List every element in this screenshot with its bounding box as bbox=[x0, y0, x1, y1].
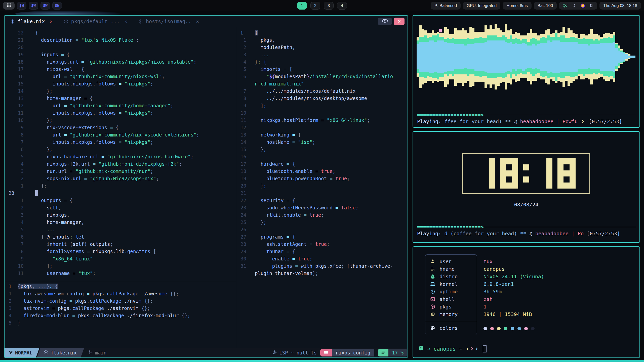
fetch-label: user bbox=[439, 258, 452, 264]
tag-button-1[interactable]: 1 bbox=[297, 2, 307, 10]
code-line: 8url = "github:nix-community/nix-vscode-… bbox=[5, 131, 236, 139]
buffer-tab-1[interactable]: flake.nix× bbox=[10, 18, 53, 24]
tty-clock-frame bbox=[462, 153, 590, 194]
firefox-icon[interactable] bbox=[580, 3, 585, 8]
code-line: 2modulesPath, bbox=[236, 44, 408, 51]
tag-button-2[interactable]: 2 bbox=[310, 2, 320, 10]
lsp-label: LSP ~ null-ls bbox=[279, 350, 317, 355]
prompt-chevron-icon bbox=[466, 347, 469, 350]
prompt-chevron-icon bbox=[475, 347, 478, 350]
fetch-row-uptime: uptime bbox=[425, 288, 477, 295]
code-line: 28ssh.startAgent = true; bbox=[236, 241, 408, 248]
fetch-value-user: tux bbox=[484, 258, 544, 265]
code-line: 1{ bbox=[236, 29, 408, 36]
terminal-clock-pane: 08/08/24 =====================> Playing:… bbox=[413, 131, 640, 243]
workspace-button-4[interactable]: $W bbox=[52, 2, 62, 10]
prompt-chevron-icon bbox=[470, 347, 473, 350]
workspace-button-1[interactable]: $W bbox=[17, 2, 26, 10]
bluetooth-icon[interactable] bbox=[572, 4, 576, 8]
code-line: 5} bbox=[5, 319, 236, 327]
code-line: 3nur.url = "github:nix-community/nur"; bbox=[5, 168, 236, 175]
code-line: 12url = "github:nix-community/home-manag… bbox=[5, 102, 236, 109]
user-icon bbox=[430, 259, 435, 264]
tag-button-4[interactable]: 4 bbox=[337, 2, 347, 10]
tab-label: hosts/isoImag.. bbox=[146, 18, 191, 24]
terminal-fetch-pane: userhnamedistrokerneluptimeshellpkgsmemo… bbox=[413, 246, 640, 358]
system-tray bbox=[559, 2, 597, 10]
prompt-arrow: → bbox=[427, 346, 430, 352]
shell-icon bbox=[430, 297, 435, 302]
file-segment: flake.nix bbox=[37, 348, 84, 357]
clock-date: 08/08/24 bbox=[413, 202, 639, 208]
code-line: 8../../modules/nixos/desktop/awesome bbox=[236, 95, 408, 102]
clock-digit bbox=[534, 158, 552, 189]
editor-pane-pkgs-default[interactable]: 1{pkgs, ...}: {1tux-awesome-wm-config = … bbox=[5, 281, 236, 348]
code-line: 18nixpkgs.url = "github:nixos/nixpkgs/ni… bbox=[5, 58, 236, 66]
launcher-button[interactable] bbox=[3, 2, 15, 10]
workspace-button-3[interactable]: $W bbox=[41, 2, 50, 10]
audio-visualizer bbox=[417, 19, 636, 95]
editor-pane-iso-image[interactable]: 1{1pkgs,2modulesPath,3...4}: {5imports =… bbox=[236, 27, 408, 348]
clock-digit bbox=[523, 158, 529, 189]
window-close-button[interactable]: × bbox=[394, 18, 405, 25]
kernel-icon bbox=[430, 282, 435, 287]
fetch-label: hname bbox=[439, 266, 455, 272]
palette-dot bbox=[497, 327, 501, 330]
mode-label: NORMAL bbox=[15, 350, 32, 355]
lsp-segment: LSP ~ null-ls bbox=[272, 350, 317, 355]
eye-icon bbox=[382, 19, 388, 24]
code-line: 6} @ inputs: let bbox=[5, 233, 236, 241]
code-line: plugin thunar-volman]; bbox=[236, 270, 408, 277]
packages-icon bbox=[430, 304, 435, 309]
buffer-tab-3[interactable]: hosts/isoImag..× bbox=[138, 18, 199, 24]
chevron-icon bbox=[581, 120, 584, 123]
fetch-value-uptime: 3h 59m bbox=[484, 288, 544, 295]
project-label: nixos-config bbox=[332, 349, 374, 356]
code-line: 1outputs = { bbox=[5, 197, 236, 204]
code-line: 5nixos-hardware.url = "github:nixos/nixo… bbox=[5, 153, 236, 160]
nix-snowflake-icon bbox=[10, 19, 15, 24]
code-line: 7inherit (self) outputs; bbox=[5, 241, 236, 248]
code-line: 21description = "tux's NixOS Flake"; bbox=[5, 36, 236, 44]
code-line: 22{ bbox=[5, 29, 236, 36]
code-line: 8forAllSystems = nixpkgs.lib.genAttrs [ bbox=[5, 248, 236, 255]
cursor bbox=[35, 190, 38, 196]
tag-button-3[interactable]: 3 bbox=[324, 2, 334, 10]
fetch-value-shell: zsh bbox=[484, 295, 544, 303]
code-line: 19bluetooth.powerOnBoot = true; bbox=[236, 175, 408, 182]
code-line: 6}; bbox=[5, 146, 236, 153]
terminal-palette-dots bbox=[484, 325, 544, 332]
ghost-icon bbox=[418, 345, 424, 352]
code-line: 9nix-vscode-extensions = { bbox=[5, 124, 236, 131]
clock-widget[interactable]: Thu Aug 08, 18:18 bbox=[599, 2, 641, 10]
code-line: 4home-manager, bbox=[5, 219, 236, 226]
clock-digit bbox=[557, 158, 576, 189]
code-line: 9"x86_64-linux" bbox=[5, 255, 236, 262]
phone-icon[interactable] bbox=[589, 4, 593, 8]
buffer-tab-2[interactable]: pkgs/default ...× bbox=[64, 18, 127, 24]
code-line: 17hardware = { bbox=[236, 160, 408, 168]
code-line: 23 bbox=[5, 190, 236, 197]
workspace-button-2[interactable]: $W bbox=[29, 2, 38, 10]
editor-pane-flake[interactable]: 22{21description = "tux's NixOS Flake";2… bbox=[5, 27, 236, 281]
code-line: 30enable = true; bbox=[236, 255, 408, 262]
fetch-label: pkgs bbox=[439, 304, 452, 310]
fetch-label: uptime bbox=[439, 289, 458, 295]
tab-close-icon[interactable]: × bbox=[124, 19, 127, 24]
scissors-icon[interactable] bbox=[563, 3, 568, 8]
code-line: 10 bbox=[236, 109, 408, 117]
toggle-button[interactable] bbox=[378, 18, 392, 25]
palette-dot bbox=[524, 327, 528, 330]
code-line: 15inputs.nixpkgs.follows = "nixpkgs"; bbox=[5, 80, 236, 87]
fetch-row-colors: colors bbox=[425, 324, 477, 332]
code-line: 4nixpkgs-f2k.url = "github:moni-dz/nixpk… bbox=[5, 160, 236, 168]
code-line: 13networking = { bbox=[236, 131, 408, 139]
code-line: 7../../modules/nixos/default.nix bbox=[236, 87, 408, 95]
shell-prompt[interactable]: → canopus ~ bbox=[418, 345, 487, 352]
tab-close-icon[interactable]: × bbox=[50, 19, 52, 24]
statusline: NORMAL flake.nix main LSP ~ null-ls nixo… bbox=[5, 348, 408, 357]
code-line: 16url = "github:nix-community/nixos-wsl"… bbox=[5, 73, 236, 80]
tab-close-icon[interactable]: × bbox=[196, 19, 199, 24]
tag-list: 1234 bbox=[297, 0, 347, 11]
clock-time bbox=[477, 158, 576, 189]
